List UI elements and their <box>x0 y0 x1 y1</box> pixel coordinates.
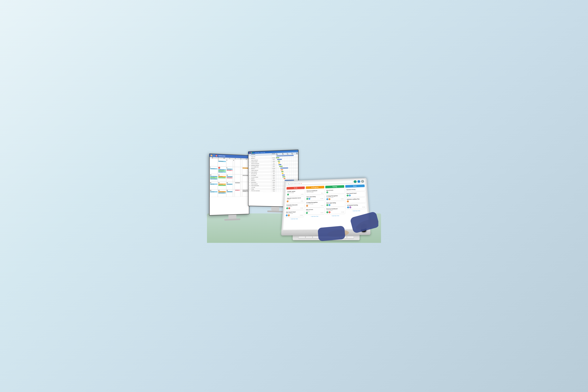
kanban-card[interactable]: New UI Icons PM <box>325 188 344 194</box>
cal-day <box>233 182 235 189</box>
cal-day[interactable]: 22 Client Lunch Learning Conference <box>218 182 226 189</box>
gantt-bar <box>276 157 279 158</box>
cal-day[interactable]: Outsource HR Conference <box>242 189 249 197</box>
calendar-event[interactable]: Interview Manager <box>218 191 226 192</box>
calendar-event[interactable]: Project Plan <box>218 172 226 173</box>
cal-day <box>242 182 249 189</box>
calendar-event[interactable]: New Milestone <box>218 161 226 162</box>
calendar-event[interactable]: Marketing Plan <box>227 177 232 178</box>
cal-day[interactable]: 7 Dev Follow Up <box>210 166 218 174</box>
gantt-bar <box>281 169 283 170</box>
add-task-todo[interactable]: + Add New Task <box>284 218 304 220</box>
cal-day <box>240 160 242 167</box>
person-overlay <box>312 200 378 243</box>
calendar-event[interactable]: Server Maintenance <box>210 176 218 177</box>
calendar-event[interactable]: New Interface <box>210 177 218 178</box>
gantt-window-title: Gantt Chart - Project Plan <box>255 152 265 153</box>
calendar-event[interactable]: Dev Follow Up <box>210 168 218 170</box>
cal-day <box>240 182 242 189</box>
calendar-event[interactable]: Weekly Meeting <box>227 191 232 192</box>
avatar: PM <box>308 198 310 200</box>
cal-day <box>240 167 242 174</box>
calendar-event[interactable]: Yoga Classes <box>227 168 232 170</box>
calendar-event[interactable]: Client Lunch <box>218 184 226 184</box>
kanban-card[interactable]: Upgrade Production Server Ongoing PM 31 … <box>286 196 304 203</box>
monitor-stand <box>228 214 236 219</box>
calendar-event[interactable]: Beta Review <box>227 170 232 171</box>
cal-day[interactable]: 30 Weekly Meeting <box>226 189 233 197</box>
cal-day <box>234 174 240 182</box>
calendar-event[interactable]: Presentation <box>218 176 226 177</box>
toolbar-icons: 👤 👤 ⚙ <box>354 180 364 183</box>
gantt-bar <box>280 168 288 168</box>
kanban-card[interactable]: New Search Panel AI PM <box>346 192 365 197</box>
cal-day[interactable]: 2 <box>226 159 233 167</box>
cal-day[interactable]: 23 Build Approval <box>226 182 233 189</box>
cal-day <box>233 174 235 182</box>
cal-day[interactable]: 9 Yoga Classes Beta Review <box>226 167 233 174</box>
kanban-card[interactable]: New Login Dialog AI PM 12 Jan <box>306 195 324 200</box>
monitor-base <box>224 218 240 221</box>
maximize-btn[interactable] <box>252 152 253 153</box>
cal-day[interactable]: 3 <box>233 159 235 167</box>
gantt-bar <box>282 176 285 177</box>
calendar-event[interactable]: Conference <box>242 191 248 192</box>
cal-day[interactable]: 21 Order Parts <box>210 182 218 190</box>
avatar: M <box>288 208 290 209</box>
settings-icon[interactable]: ⚙ <box>361 180 364 183</box>
cal-day: N Provider <box>234 189 240 197</box>
cal-day[interactable]: 28 New Project <box>210 189 218 197</box>
calendar-event: Parts Delivery <box>235 182 240 183</box>
close-btn[interactable] <box>249 152 250 154</box>
calendar-event[interactable]: Investors Lunch <box>218 169 226 170</box>
avatar: AI <box>306 198 308 200</box>
cal-day[interactable]: 29 Interview Manager Client Conference <box>218 189 226 197</box>
calendar-event[interactable]: Learning Conference <box>218 185 226 186</box>
calendar-event[interactable]: New QA Lead Meet <box>218 177 226 178</box>
calendar-event[interactable]: New Project <box>210 191 218 192</box>
cal-day <box>234 167 240 174</box>
gantt-bar <box>278 161 280 162</box>
gantt-bar <box>277 159 282 160</box>
cal-day[interactable]: 1 New Milestone <box>218 159 226 167</box>
calendar-event[interactable]: Service Providers <box>242 175 248 176</box>
calendar-event[interactable]: Outsource HR <box>242 190 248 191</box>
cal-day <box>210 158 218 166</box>
key-ctrl[interactable] <box>298 236 305 238</box>
kanban-card[interactable]: Promotion Discounts View Subtasks AI M 3… <box>285 203 304 210</box>
cal-day[interactable]: 8 Investors Lunch Weekly Meeting Project… <box>218 166 226 174</box>
kanban-col-todo: To Do Installer Update Approved Budget A… <box>284 186 305 229</box>
cal-day[interactable]: Real Estate Appt <box>242 167 249 174</box>
avatar: PM <box>349 194 351 196</box>
gantt-bar <box>281 171 284 172</box>
calendar-event[interactable]: Client Conference <box>218 192 226 194</box>
gantt-bar <box>284 178 286 179</box>
kanban-card[interactable]: Revenue Dashboard Approved Budget 31 ul <box>306 189 324 195</box>
avatar: PM <box>306 205 308 207</box>
clear-search-icon[interactable]: ✕ <box>301 183 302 184</box>
user-icon: 👤 <box>213 155 215 157</box>
search-input[interactable]: Search name or task <box>290 183 300 184</box>
avatar: AI <box>286 208 288 209</box>
calendar-event[interactable]: Order Parts <box>210 184 218 184</box>
calendar-event[interactable]: Real Estate Appt <box>242 168 248 169</box>
calendar-event[interactable]: Weekly Meeting <box>218 170 226 172</box>
user-icon-2[interactable]: 👤 <box>357 180 360 183</box>
cal-day[interactable]: 15 Presentation New QA Lead Meet <box>218 174 226 182</box>
kanban-card[interactable]: Installer Update Approved Budget AI 12 J… <box>286 190 305 196</box>
calendar-event[interactable]: Project Approval <box>227 176 232 177</box>
cal-day <box>240 189 242 197</box>
kanban-card[interactable]: New Search Panel Approved Budget AI PM 1… <box>285 210 304 217</box>
cal-day[interactable]: 16 Project Approval Marketing Plan <box>226 174 233 182</box>
user-icon-1[interactable]: 👤 <box>354 180 357 183</box>
calendar-event[interactable]: Expert Consultation <box>210 178 218 180</box>
calendar-event[interactable]: Build Approval <box>227 184 232 185</box>
calendar-event: N Provider <box>235 190 240 191</box>
minimize-btn[interactable] <box>251 152 252 153</box>
avatar: PM <box>287 200 288 202</box>
avatar: PM <box>306 212 308 214</box>
avatar: AI <box>287 194 289 196</box>
kanban-card[interactable]: Dynamic Pricing <box>346 188 365 192</box>
cal-day[interactable]: 14 Server Maintenance New Interface Expe… <box>210 174 218 182</box>
cal-day[interactable]: Service Providers <box>242 174 249 182</box>
